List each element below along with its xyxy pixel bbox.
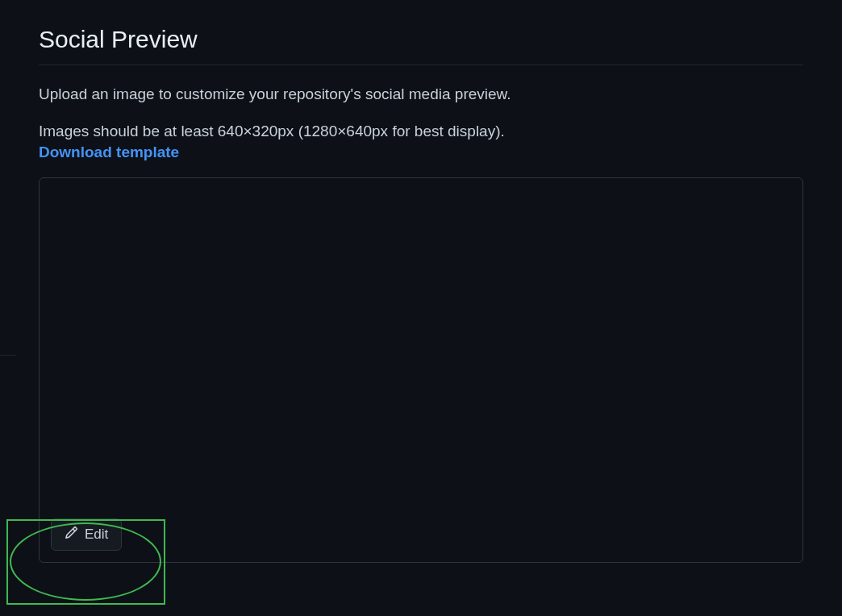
edit-button-label: Edit <box>85 527 108 543</box>
pencil-icon <box>65 526 78 543</box>
preview-image-area: Edit <box>39 177 803 563</box>
size-info-text: Images should be at least 640×320px (128… <box>39 123 505 139</box>
edit-button[interactable]: Edit <box>51 518 122 551</box>
description-text: Upload an image to customize your reposi… <box>39 83 803 106</box>
separator-line <box>0 355 16 356</box>
section-heading: Social Preview <box>39 26 803 65</box>
download-template-link[interactable]: Download template <box>39 144 179 161</box>
